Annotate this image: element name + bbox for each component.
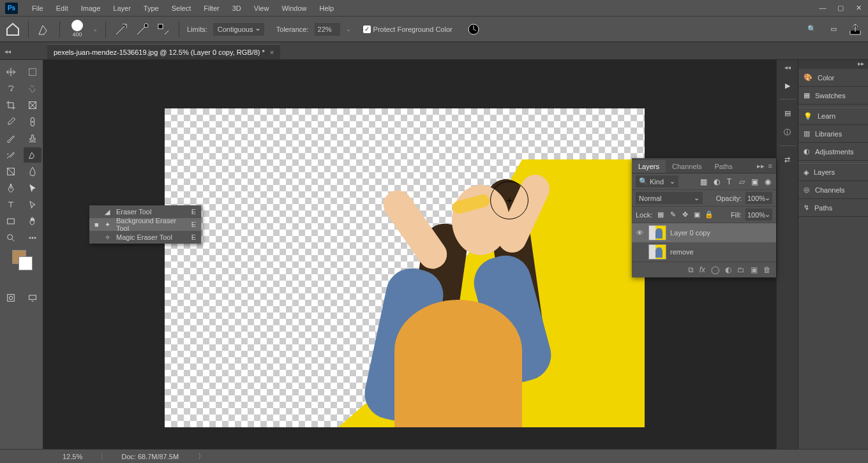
tab-layers[interactable]: Layers [632, 160, 666, 173]
lasso-tool[interactable] [2, 81, 20, 96]
more-tools[interactable] [24, 230, 41, 246]
home-icon[interactable] [5, 22, 20, 37]
panel-libraries[interactable]: ▥Libraries [798, 125, 868, 143]
brush-preset-picker[interactable]: 400 [68, 20, 87, 39]
hand-tool[interactable] [24, 214, 41, 229]
layer-name[interactable]: remove [670, 248, 694, 256]
menu-3d[interactable]: 3D [226, 4, 248, 12]
brush-tool[interactable] [2, 131, 20, 146]
opacity-input[interactable]: 100% [745, 192, 772, 204]
panel-swatches[interactable]: ▦Swatches [798, 87, 868, 105]
panel-channels[interactable]: ◎Channels [798, 181, 868, 199]
panel-collapse-icon[interactable]: ▸▸ [757, 162, 765, 170]
histogram-icon[interactable]: ▤ [779, 105, 796, 121]
layer-row[interactable]: 👁 Layer 0 copy [632, 223, 776, 242]
canvas[interactable] [165, 108, 645, 427]
current-tool-icon[interactable] [36, 22, 52, 37]
info-icon[interactable]: ⓘ [779, 124, 796, 140]
status-doc-size[interactable]: Doc: 68.7M/87.5M [121, 453, 179, 460]
properties-icon[interactable]: ⇄ [779, 151, 796, 168]
fill-input[interactable]: 100% [745, 209, 772, 221]
lock-paint-icon[interactable]: ✎ [668, 210, 677, 219]
search-icon[interactable]: 🔍 [804, 22, 819, 37]
layer-thumbnail[interactable] [648, 244, 666, 260]
filter-pixel-icon[interactable]: ▦ [699, 177, 708, 186]
filter-smart-icon[interactable]: ▣ [750, 177, 760, 186]
layer-mask-icon[interactable]: ◯ [711, 265, 719, 274]
tab-channels[interactable]: Channels [666, 160, 708, 173]
menu-help[interactable]: Help [313, 4, 341, 12]
menu-edit[interactable]: Edit [50, 4, 75, 12]
history-brush-tool[interactable] [2, 147, 20, 163]
sample-swatch-icon[interactable] [156, 22, 171, 37]
filter-adjust-icon[interactable]: ◐ [712, 177, 721, 186]
layer-name[interactable]: Layer 0 copy [670, 229, 710, 237]
fill-adjust-icon[interactable]: ◐ [725, 265, 731, 274]
direct-select-tool[interactable] [24, 197, 41, 212]
visibility-toggle[interactable]: 👁 [634, 228, 645, 238]
flyout-bg-eraser-tool[interactable]: ■✦Background Eraser ToolE [89, 218, 201, 231]
sample-once-icon[interactable] [135, 22, 150, 37]
rectangle-tool[interactable] [2, 214, 20, 229]
visibility-toggle[interactable] [634, 247, 645, 257]
lock-artboard-icon[interactable]: ▣ [692, 210, 701, 219]
gradient-tool[interactable] [2, 164, 20, 179]
layer-fx-icon[interactable]: fx [700, 265, 705, 274]
limits-select[interactable]: Contiguous [213, 23, 264, 36]
menu-window[interactable]: Window [275, 4, 313, 12]
layer-thumbnail[interactable] [648, 225, 666, 240]
tab-paths[interactable]: Paths [708, 160, 739, 173]
panel-color[interactable]: 🎨Color [798, 69, 868, 87]
panel-menu-icon[interactable]: ≡ [768, 162, 772, 170]
panel-learn[interactable]: 💡Learn [798, 107, 868, 125]
new-group-icon[interactable]: 🗀 [737, 265, 745, 274]
pen-tool[interactable] [2, 180, 20, 196]
marquee-tool[interactable] [24, 64, 41, 80]
pressure-icon[interactable] [466, 22, 481, 37]
menu-type[interactable]: Type [137, 4, 165, 12]
stamp-tool[interactable] [24, 131, 41, 146]
dock-collapse-icon[interactable]: ◂◂ [784, 64, 791, 71]
blur-tool[interactable] [24, 164, 41, 179]
menu-view[interactable]: View [248, 4, 276, 12]
layer-row[interactable]: remove [632, 242, 776, 261]
maximize-button[interactable]: ▢ [836, 4, 845, 12]
link-layers-icon[interactable]: ⧉ [688, 265, 694, 274]
play-icon[interactable]: ▶ [779, 77, 796, 94]
new-layer-icon[interactable]: ▣ [751, 265, 758, 274]
zoom-tool[interactable] [2, 230, 20, 246]
background-swatch[interactable] [19, 256, 33, 270]
lock-transparent-icon[interactable]: ▦ [656, 210, 665, 219]
move-tool[interactable] [2, 64, 20, 80]
blend-mode-select[interactable]: Normal [636, 192, 703, 204]
filter-type-icon[interactable]: T [724, 177, 734, 186]
menu-image[interactable]: Image [75, 4, 107, 12]
panel-paths[interactable]: ↯Paths [798, 199, 868, 217]
eyedropper-tool[interactable] [2, 114, 20, 129]
tab-close-icon[interactable]: × [270, 48, 274, 56]
panel-adjustments[interactable]: ◐Adjustments [798, 143, 868, 161]
flyout-eraser-tool[interactable]: ◢Eraser ToolE [89, 205, 201, 218]
tolerance-input[interactable]: 22% [315, 23, 340, 36]
healing-tool[interactable] [24, 114, 41, 129]
filter-kind-select[interactable]: 🔍Kind⌄ [636, 175, 678, 187]
color-swatches[interactable] [11, 250, 33, 276]
protect-fg-checkbox[interactable]: ✓ [363, 26, 371, 33]
panel-collapse-icon[interactable]: ▸▸ [798, 60, 868, 69]
status-arrow-icon[interactable]: 〉 [198, 452, 205, 461]
delete-layer-icon[interactable]: 🗑 [763, 265, 771, 274]
flyout-magic-eraser-tool[interactable]: ✧Magic Eraser ToolE [89, 231, 201, 244]
quick-select-tool[interactable] [24, 81, 41, 96]
filter-shape-icon[interactable]: ▱ [737, 177, 747, 186]
document-tab[interactable]: pexels-juan-mendez-1536619.jpg @ 12.5% (… [47, 44, 280, 59]
path-select-tool[interactable] [24, 180, 41, 196]
type-tool[interactable] [2, 197, 20, 212]
menu-filter[interactable]: Filter [197, 4, 225, 12]
status-zoom[interactable]: 12.5% [63, 453, 82, 460]
eraser-tool[interactable] [24, 147, 41, 163]
screenmode-tool[interactable] [24, 290, 41, 305]
menu-layer[interactable]: Layer [107, 4, 137, 12]
panel-layers[interactable]: ◈Layers [798, 163, 868, 181]
minimize-button[interactable]: — [818, 4, 827, 12]
sample-continuous-icon[interactable] [114, 22, 129, 37]
